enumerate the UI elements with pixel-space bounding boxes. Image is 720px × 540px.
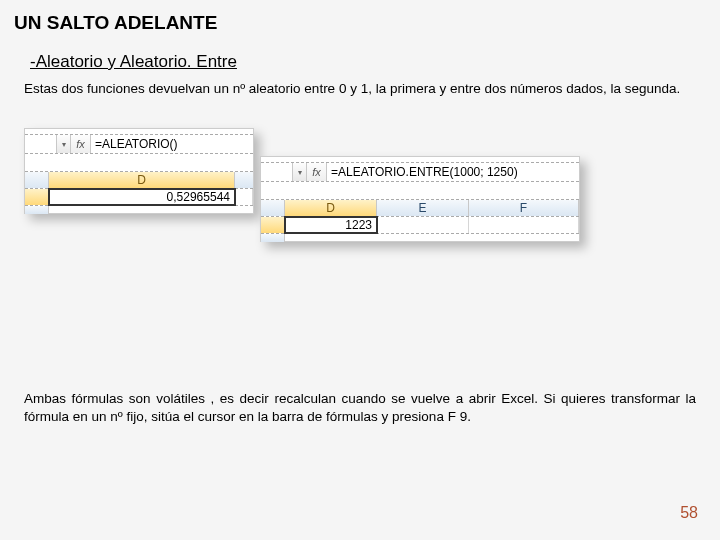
column-header-partial: [235, 172, 253, 188]
name-box: [261, 163, 293, 181]
name-box-dropdown-icon: ▾: [293, 163, 307, 181]
data-row: 0,52965544: [25, 189, 253, 205]
excel-snippet-aleatorio: ▾ fx =ALEATORIO() D 0,52965544: [24, 128, 254, 214]
slide-title: UN SALTO ADELANTE: [14, 12, 217, 34]
section-subtitle: -Aleatorio y Aleatorio. Entre: [30, 52, 237, 72]
formula-text: =ALEATORIO(): [91, 135, 253, 153]
cell-empty-f: [469, 217, 579, 233]
cell-empty-e: [377, 217, 469, 233]
column-header-e: E: [377, 200, 469, 216]
formula-bar: ▾ fx =ALEATORIO(): [25, 135, 253, 154]
excel-snippet-aleatorio-entre: ▾ fx =ALEATORIO.ENTRE(1000; 1250) D E F …: [260, 156, 580, 242]
formula-bar: ▾ fx =ALEATORIO.ENTRE(1000; 1250): [261, 163, 579, 182]
formula-text: =ALEATORIO.ENTRE(1000; 1250): [327, 163, 579, 181]
cell-partial-bottom: [285, 234, 579, 241]
body-text-1: Estas dos funciones devuelvan un nº alea…: [24, 80, 696, 98]
fx-icon: fx: [71, 135, 91, 153]
body-text-2: Ambas fórmulas son volátiles , es decir …: [24, 390, 696, 426]
column-header-row: D: [25, 172, 253, 189]
column-header-d: D: [285, 200, 377, 216]
column-header-f: F: [469, 200, 579, 216]
spacer-row: [261, 182, 579, 200]
page-number: 58: [680, 504, 698, 522]
row-number-partial: [261, 234, 285, 242]
data-row: 1223: [261, 217, 579, 233]
fx-icon: fx: [307, 163, 327, 181]
name-box: [25, 135, 57, 153]
bottom-edge: [261, 233, 579, 241]
row-number: [261, 217, 285, 233]
column-header-row: D E F: [261, 200, 579, 217]
cell-value: 0,52965544: [49, 189, 235, 205]
row-number: [25, 189, 49, 205]
name-box-dropdown-icon: ▾: [57, 135, 71, 153]
corner-box: [25, 172, 49, 188]
column-header-d: D: [49, 172, 235, 188]
bottom-edge: [25, 205, 253, 213]
corner-box: [261, 200, 285, 216]
cell-value: 1223: [285, 217, 377, 233]
row-number-partial: [25, 206, 49, 214]
cell-partial: [235, 189, 253, 205]
spacer-row: [25, 154, 253, 172]
cell-partial-bottom: [49, 206, 253, 213]
